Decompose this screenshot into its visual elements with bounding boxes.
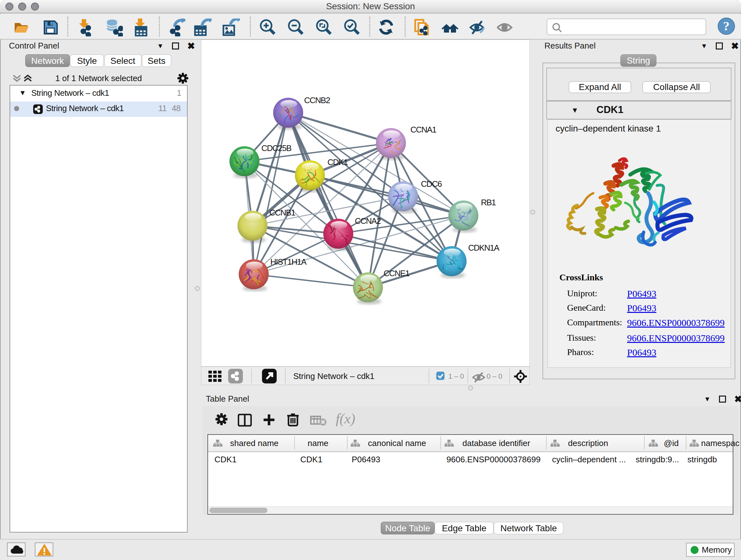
svg-text:RB1: RB1 — [481, 198, 496, 207]
svg-text:CDC25B: CDC25B — [261, 143, 291, 153]
svg-text:CCNA1: CCNA1 — [410, 125, 436, 134]
svg-text:CDKN1A: CDKN1A — [468, 243, 500, 253]
svg-text:CDC6: CDC6 — [421, 179, 442, 189]
svg-text:CCNB2: CCNB2 — [304, 96, 330, 105]
svg-text:CCNE1: CCNE1 — [384, 268, 410, 278]
svg-text:?: ? — [723, 19, 730, 33]
svg-text:CDK1: CDK1 — [327, 158, 348, 167]
svg-text:CCNB1: CCNB1 — [269, 208, 295, 217]
svg-text:CCNA2: CCNA2 — [355, 216, 381, 226]
svg-text:HIST1H1A: HIST1H1A — [270, 257, 307, 266]
